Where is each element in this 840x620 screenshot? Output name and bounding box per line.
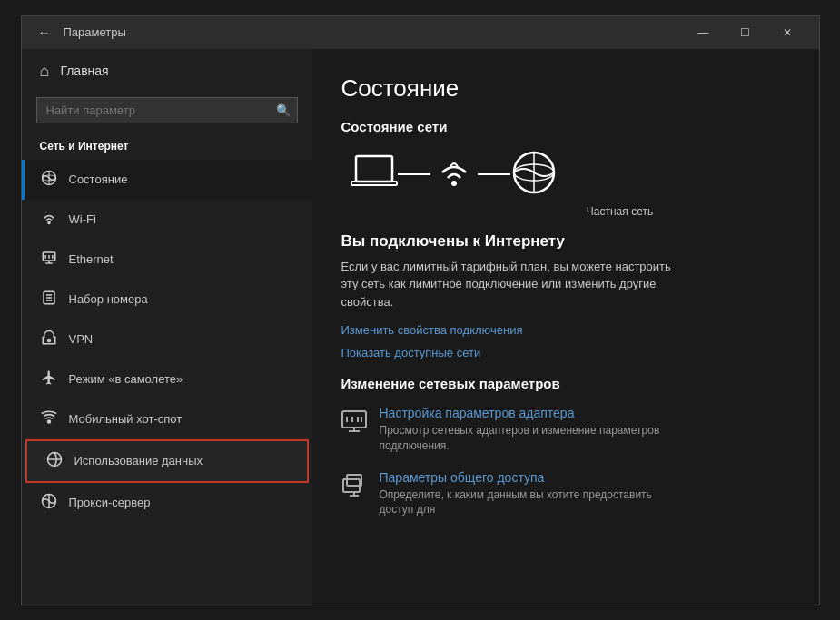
svg-rect-26 bbox=[342, 411, 366, 428]
sidebar-item-datausage[interactable]: Использование данных bbox=[25, 439, 309, 483]
sidebar-item-wifi[interactable]: Wi-Fi bbox=[22, 200, 312, 240]
title-bar: ← Параметры — ☐ ✕ bbox=[22, 16, 819, 49]
change-connection-link[interactable]: Изменить свойства подключения bbox=[341, 323, 790, 337]
sharing-settings-item: Параметры общего доступа Определите, к к… bbox=[341, 470, 790, 518]
status-icon bbox=[40, 170, 58, 190]
connected-title: Вы подключены к Интернету bbox=[341, 232, 790, 251]
network-status-title: Состояние сети bbox=[341, 119, 790, 134]
svg-point-3 bbox=[47, 221, 49, 223]
sharing-icon bbox=[341, 472, 367, 503]
hotspot-label: Мобильный хот-спот bbox=[69, 412, 183, 426]
back-button[interactable]: ← bbox=[33, 24, 56, 42]
title-bar-left: ← Параметры bbox=[33, 24, 683, 42]
dialup-label: Набор номера bbox=[69, 292, 148, 306]
sidebar-item-status[interactable]: Состояние bbox=[22, 160, 312, 200]
page-title: Состояние bbox=[341, 74, 790, 103]
globe-icon bbox=[510, 149, 558, 200]
sidebar-item-ethernet[interactable]: Ethernet bbox=[22, 240, 312, 280]
vpn-icon bbox=[40, 330, 58, 349]
network-status-visual bbox=[341, 149, 790, 200]
window-title: Параметры bbox=[64, 25, 126, 39]
wifi-label: Wi-Fi bbox=[69, 212, 96, 226]
line2 bbox=[478, 173, 510, 175]
hotspot-icon bbox=[40, 409, 58, 429]
search-input[interactable] bbox=[36, 97, 298, 123]
network-label: Частная сеть bbox=[341, 205, 790, 218]
settings-window: ← Параметры — ☐ ✕ ⌂ Главная 🔍 Сеть и Инт… bbox=[21, 15, 820, 605]
sidebar-item-vpn[interactable]: VPN bbox=[22, 320, 312, 359]
vpn-label: VPN bbox=[69, 332, 94, 346]
search-icon: 🔍 bbox=[276, 103, 291, 117]
sidebar-home[interactable]: ⌂ Главная bbox=[22, 49, 312, 93]
maximize-button[interactable]: ☐ bbox=[725, 16, 766, 49]
sharing-desc: Определите, к каким данным вы хотите пре… bbox=[380, 487, 670, 518]
line1 bbox=[398, 173, 430, 175]
adapter-title[interactable]: Настройка параметров адаптера bbox=[380, 406, 670, 420]
sidebar: ⌂ Главная 🔍 Сеть и Интернет Состояние bbox=[22, 49, 312, 605]
proxy-icon bbox=[40, 493, 58, 513]
ethernet-icon bbox=[40, 250, 58, 270]
close-button[interactable]: ✕ bbox=[766, 16, 808, 49]
minimize-button[interactable]: — bbox=[683, 16, 725, 49]
svg-rect-20 bbox=[356, 156, 392, 182]
proxy-label: Прокси-сервер bbox=[69, 496, 151, 509]
adapter-desc: Просмотр сетевых адаптеров и изменение п… bbox=[380, 423, 670, 454]
sharing-text: Параметры общего доступа Определите, к к… bbox=[380, 470, 670, 518]
connected-desc: Если у вас лимитный тарифный план, вы мо… bbox=[341, 258, 677, 311]
datausage-icon bbox=[45, 451, 64, 471]
svg-rect-21 bbox=[351, 182, 397, 185]
adapter-icon bbox=[341, 408, 367, 438]
status-label: Состояние bbox=[69, 172, 128, 186]
datausage-label: Использование данных bbox=[74, 454, 203, 467]
airplane-label: Режим «в самолете» bbox=[69, 372, 183, 386]
search-box: 🔍 bbox=[36, 97, 298, 123]
router-icon bbox=[430, 153, 478, 196]
laptop-icon bbox=[351, 153, 398, 196]
wifi-icon bbox=[40, 210, 58, 230]
content-area: ⌂ Главная 🔍 Сеть и Интернет Состояние bbox=[22, 49, 819, 605]
sidebar-item-proxy[interactable]: Прокси-сервер bbox=[22, 483, 312, 523]
home-icon: ⌂ bbox=[40, 62, 50, 81]
change-settings-title: Изменение сетевых параметров bbox=[341, 376, 790, 391]
sidebar-item-airplane[interactable]: Режим «в самолете» bbox=[22, 359, 312, 399]
section-divider: Изменение сетевых параметров bbox=[341, 376, 790, 391]
window-controls: — ☐ ✕ bbox=[683, 16, 808, 49]
main-content: Состояние Состояние сети bbox=[312, 49, 819, 605]
sharing-title[interactable]: Параметры общего доступа bbox=[380, 470, 670, 485]
sidebar-item-dialup[interactable]: Набор номера bbox=[22, 280, 312, 320]
svg-point-14 bbox=[47, 339, 50, 341]
adapter-text: Настройка параметров адаптера Просмотр с… bbox=[380, 406, 670, 454]
airplane-icon bbox=[40, 369, 58, 389]
dialup-icon bbox=[40, 290, 58, 310]
show-networks-link[interactable]: Показать доступные сети bbox=[341, 346, 790, 359]
sidebar-item-hotspot[interactable]: Мобильный хот-спот bbox=[22, 399, 312, 439]
svg-point-22 bbox=[451, 181, 457, 186]
ethernet-label: Ethernet bbox=[69, 252, 114, 266]
sidebar-section-title: Сеть и Интернет bbox=[22, 134, 312, 160]
home-label: Главная bbox=[60, 64, 108, 78]
adapter-settings-item: Настройка параметров адаптера Просмотр с… bbox=[341, 406, 790, 454]
svg-point-15 bbox=[47, 420, 50, 423]
